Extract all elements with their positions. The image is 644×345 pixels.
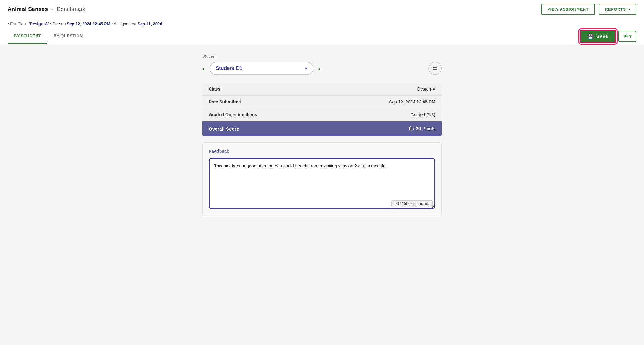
class-row: Class Design-A [202, 83, 442, 96]
student-info-card: Class Design-A Date Submitted Sep 12, 20… [202, 83, 442, 136]
score-label: Overall Score [209, 126, 239, 132]
score-number: 6 [409, 126, 412, 131]
score-value: 6 / 26 Points [409, 126, 435, 132]
feedback-title: Feedback [209, 149, 435, 154]
feedback-textarea-wrapper: 90 / 1500 characters [209, 158, 435, 210]
score-points-label: Points [422, 126, 435, 131]
title-separator: • [51, 6, 53, 12]
assignment-title: Animal Senses [8, 6, 48, 12]
top-bar-actions: VIEW ASSIGNMENT REPORTS ▾ [541, 4, 636, 15]
score-total: 26 [416, 126, 421, 131]
save-label: SAVE [596, 34, 609, 39]
char-count: 90 / 1500 characters [391, 200, 433, 207]
list-view-button[interactable]: ⇄ [428, 62, 442, 75]
prev-student-button[interactable]: ‹ [202, 65, 204, 72]
graded-row: Graded Question Items Graded (3/3) [202, 108, 442, 121]
student-name: Student D1 [216, 66, 242, 71]
student-dropdown-chevron-icon: ▾ [305, 66, 307, 71]
class-name: 'Design-A' [29, 21, 49, 26]
main-content: Student ‹ Student D1 ▾ › ⇄ Class Design-… [0, 44, 644, 226]
tabs: BY STUDENT BY QUESTION [8, 29, 89, 44]
graded-label: Graded Question Items [209, 112, 257, 117]
score-bar: Overall Score 6 / 26 Points [202, 121, 442, 136]
eye-chevron-icon: ▾ [629, 34, 631, 39]
due-prefix: • Due on [50, 21, 66, 26]
due-date: Sep 12, 2024 12:45 PM [67, 21, 110, 26]
view-assignment-button[interactable]: VIEW ASSIGNMENT [541, 4, 595, 15]
graded-value: Graded (3/3) [411, 112, 435, 117]
assigned-date: Sep 11, 2024 [137, 21, 162, 26]
date-submitted-row: Date Submitted Sep 12, 2024 12:45 PM [202, 96, 442, 108]
save-button[interactable]: 💾 SAVE [580, 30, 616, 43]
list-icon: ⇄ [433, 65, 438, 72]
student-selector-row: ‹ Student D1 ▾ › ⇄ [202, 62, 442, 75]
class-value: Design-A [417, 86, 435, 91]
tab-by-student[interactable]: BY STUDENT [8, 29, 47, 44]
class-label: Class [209, 86, 220, 91]
reports-chevron-icon: ▾ [628, 7, 630, 12]
eye-icon: 👁 [624, 34, 628, 39]
student-label: Student [202, 54, 442, 59]
save-icon: 💾 [587, 33, 594, 39]
top-bar: Animal Senses • Benchmark VIEW ASSIGNMEN… [0, 0, 644, 19]
reports-button[interactable]: REPORTS ▾ [599, 4, 636, 15]
meta-bar: • For Class 'Design-A' • Due on Sep 12, … [0, 19, 644, 29]
eye-button[interactable]: 👁 ▾ [618, 31, 636, 42]
tabs-bar: BY STUDENT BY QUESTION 💾 SAVE 👁 ▾ [0, 29, 644, 44]
reports-label: REPORTS [605, 7, 626, 12]
tab-by-question[interactable]: BY QUESTION [47, 29, 89, 44]
feedback-card: Feedback 90 / 1500 characters [202, 142, 442, 216]
assignment-type: Benchmark [57, 6, 85, 12]
tabs-bar-right: 💾 SAVE 👁 ▾ [580, 30, 636, 43]
date-submitted-label: Date Submitted [209, 99, 241, 104]
for-class-prefix: • For Class [8, 21, 28, 26]
assigned-prefix: • Assigned on [112, 21, 136, 26]
student-dropdown[interactable]: Student D1 ▾ [210, 62, 313, 75]
page-title: Animal Senses • Benchmark [8, 6, 85, 13]
next-student-button[interactable]: › [319, 65, 321, 72]
date-submitted-value: Sep 12, 2024 12:45 PM [389, 99, 435, 104]
